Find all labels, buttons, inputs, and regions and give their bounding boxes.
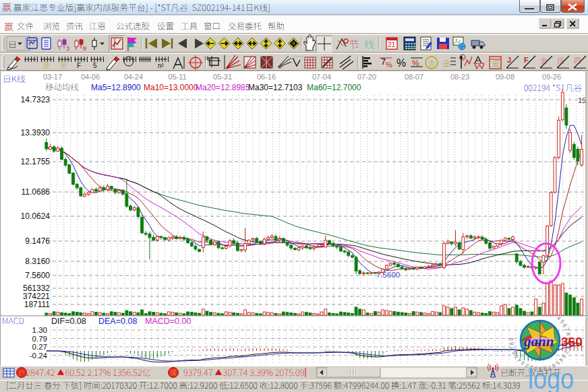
- svg-text:08-23: 08-23: [450, 73, 469, 81]
- svg-text:187111: 187111: [24, 300, 51, 309]
- svg-text:0.79: 0.79: [32, 335, 47, 343]
- svg-text:360: 360: [561, 335, 583, 349]
- svg-text:F: F: [524, 56, 529, 64]
- svg-text:DEA=0.08: DEA=0.08: [98, 317, 137, 326]
- svg-text:%: %: [386, 61, 392, 69]
- svg-text:12.1755: 12.1755: [21, 157, 51, 166]
- svg-text:05-31: 05-31: [213, 73, 232, 81]
- svg-text:07-20: 07-20: [357, 73, 376, 81]
- svg-text:07-04: 07-04: [312, 73, 331, 81]
- svg-text:logo: logo: [528, 363, 574, 392]
- svg-text:9.1476: 9.1476: [25, 236, 50, 246]
- svg-text:gann: gann: [523, 333, 554, 350]
- svg-text:J: J: [507, 56, 511, 64]
- svg-text:13.3930: 13.3930: [21, 128, 51, 137]
- svg-text:08-07: 08-07: [405, 73, 423, 81]
- svg-text:09-26: 09-26: [542, 73, 561, 81]
- svg-text:MACD=0.00: MACD=0.00: [145, 317, 191, 326]
- svg-text:04-06: 04-06: [81, 73, 100, 81]
- svg-text:Ma20=12.8985: Ma20=12.8985: [196, 83, 250, 92]
- svg-text:21: 21: [388, 41, 396, 48]
- svg-text:09-08: 09-08: [496, 73, 514, 81]
- svg-text:7.5600: 7.5600: [25, 271, 50, 280]
- svg-text:Ma30=12.7103: Ma30=12.7103: [248, 83, 303, 92]
- svg-text:03-17: 03-17: [43, 73, 62, 81]
- svg-text:5: 5: [93, 62, 97, 69]
- svg-text:11.0686: 11.0686: [22, 187, 51, 197]
- svg-text:06-16: 06-16: [257, 73, 276, 81]
- svg-text:8.3160: 8.3160: [25, 257, 50, 266]
- svg-text:0.27: 0.27: [32, 343, 47, 351]
- svg-text:14.7323: 14.7323: [21, 95, 51, 104]
- svg-text:1.30: 1.30: [32, 326, 47, 334]
- svg-text:F: F: [77, 62, 81, 69]
- svg-text:Ma60=12.7000: Ma60=12.7000: [307, 83, 361, 92]
- svg-text:05-11: 05-11: [168, 73, 186, 81]
- svg-text:10.0624: 10.0624: [21, 211, 51, 221]
- svg-text:DIF=0.08: DIF=0.08: [51, 317, 86, 326]
- svg-text:Ma10=13.0000: Ma10=13.0000: [144, 83, 198, 92]
- svg-text:n²: n²: [158, 62, 165, 69]
- svg-text:-0.24: -0.24: [30, 352, 48, 360]
- svg-text:04-24: 04-24: [124, 73, 143, 81]
- svg-text:3: 3: [66, 45, 69, 52]
- svg-text:»: »: [204, 53, 209, 63]
- svg-text:Ma5=12.8900: Ma5=12.8900: [91, 83, 141, 92]
- svg-text:9: 9: [83, 45, 86, 52]
- svg-text:%: %: [396, 57, 406, 69]
